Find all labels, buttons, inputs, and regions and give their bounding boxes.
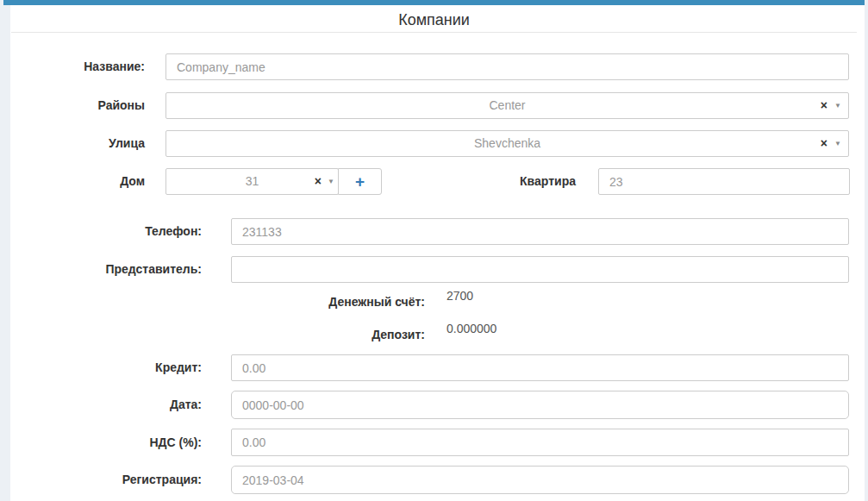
add-house-button[interactable]: + bbox=[338, 168, 382, 195]
phone-input[interactable] bbox=[231, 218, 849, 245]
representative-input[interactable] bbox=[231, 256, 849, 283]
money-account-value: 2700 bbox=[446, 289, 473, 303]
apartment-label: Квартира bbox=[441, 168, 576, 195]
vat-label: НДС (%): bbox=[10, 429, 202, 456]
deposit-value: 0.000000 bbox=[446, 322, 496, 335]
districts-label: Районы bbox=[10, 92, 145, 119]
deposit-label: Депозит: bbox=[10, 328, 425, 341]
page-title: Компании bbox=[11, 5, 857, 33]
house-selected-value: 31 bbox=[166, 169, 338, 194]
money-account-label: Денежный счёт: bbox=[10, 295, 425, 309]
street-selected-value: Shevchenka bbox=[166, 131, 848, 156]
street-select[interactable]: Shevchenka × ▼ bbox=[165, 130, 849, 157]
date-label: Дата: bbox=[10, 391, 202, 419]
districts-select[interactable]: Center × ▼ bbox=[165, 92, 849, 119]
apartment-input[interactable] bbox=[598, 168, 850, 195]
name-label: Название: bbox=[10, 53, 145, 80]
street-clear-icon[interactable]: × bbox=[821, 131, 827, 156]
house-caret-icon[interactable]: ▼ bbox=[328, 169, 334, 195]
registration-input[interactable] bbox=[231, 466, 849, 494]
companies-panel: Компании Название: Районы Center × ▼ Ули… bbox=[10, 5, 865, 501]
house-label: Дом bbox=[10, 168, 145, 195]
representative-label: Представитель: bbox=[10, 256, 202, 283]
registration-label: Регистрация: bbox=[10, 466, 202, 494]
vat-input[interactable] bbox=[231, 429, 849, 456]
credit-label: Кредит: bbox=[10, 354, 202, 381]
name-input[interactable] bbox=[165, 53, 849, 80]
phone-label: Телефон: bbox=[10, 218, 202, 245]
date-input[interactable] bbox=[231, 391, 849, 419]
plus-icon: + bbox=[355, 172, 365, 191]
districts-clear-icon[interactable]: × bbox=[821, 93, 827, 118]
house-select[interactable]: 31 × ▼ bbox=[165, 168, 339, 195]
districts-caret-icon[interactable]: ▼ bbox=[834, 93, 841, 119]
credit-input[interactable] bbox=[231, 354, 849, 381]
districts-selected-value: Center bbox=[166, 93, 848, 118]
street-caret-icon[interactable]: ▼ bbox=[834, 131, 841, 157]
street-label: Улица bbox=[10, 130, 145, 157]
house-clear-icon[interactable]: × bbox=[315, 169, 322, 194]
